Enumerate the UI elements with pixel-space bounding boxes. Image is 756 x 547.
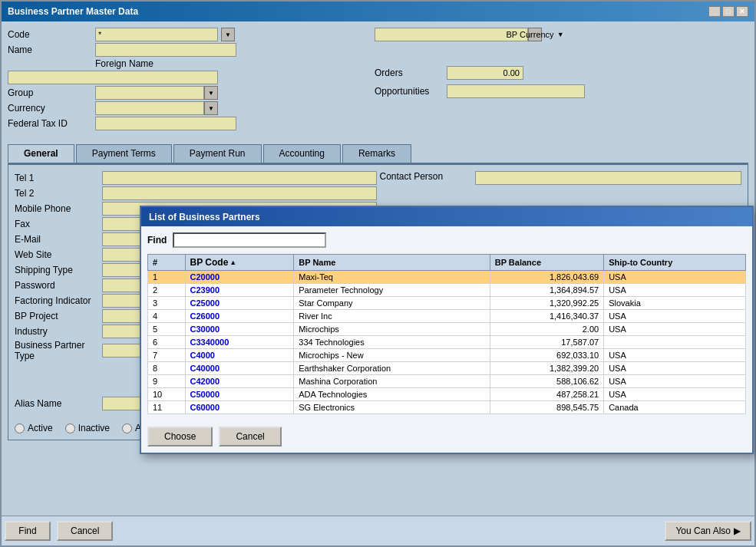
cell-balance: 588,106.62 [490,375,603,388]
bp-code-sort: BP Code ▲ [190,257,289,268]
table-row[interactable]: 5 C30000 Microchips 2.00 USA [148,323,746,336]
you-can-also-button[interactable]: You Can Also ▶ [665,521,751,541]
table-row[interactable]: 4 C26000 River Inc 1,416,340.37 USA [148,310,746,323]
find-input[interactable] [173,232,326,248]
modal-title-bar: List of Business Partners [141,207,752,226]
cell-country: USA [604,375,746,388]
cell-code: C3340000 [185,336,294,349]
cell-name: Parameter Technology [294,284,490,297]
table-row[interactable]: 6 C3340000 334 Technologies 17,587.07 [148,336,746,349]
table-row[interactable]: 1 C20000 Maxi-Teq 1,826,043.69 USA [148,271,746,284]
cell-name: ADA Technologies [294,388,490,401]
cell-code: C60000 [185,401,294,414]
cell-code: C25000 [185,297,294,310]
bottom-bar: Find Cancel You Can Also ▶ [2,516,754,545]
bottom-left-buttons: Find Cancel [5,521,113,541]
modal-find-row: Find [147,232,746,248]
table-row[interactable]: 11 C60000 SG Electronics 898,545.75 Cana… [148,401,746,414]
cell-code: C23900 [185,284,294,297]
bp-code-col-label: BP Code [190,257,229,268]
cell-balance: 2.00 [490,323,603,336]
cell-code: C4000 [185,349,294,362]
modal-cancel-button[interactable]: Cancel [219,427,281,446]
cell-num: 1 [148,271,186,284]
cell-balance: 1,320,992.25 [490,297,603,310]
you-can-also-arrow-icon: ▶ [734,526,741,536]
cell-country: USA [604,310,746,323]
cell-country: USA [604,349,746,362]
cell-balance: 17,587.07 [490,336,603,349]
cell-num: 7 [148,349,186,362]
cell-name: Star Company [294,297,490,310]
cell-balance: 1,382,399.20 [490,362,603,375]
col-bp-balance: BP Balance [490,255,603,271]
cell-num: 10 [148,388,186,401]
minimize-button[interactable]: _ [708,6,721,17]
cell-name: SG Electronics [294,401,490,414]
cell-country: USA [604,388,746,401]
cell-num: 2 [148,284,186,297]
sort-arrow-icon: ▲ [229,259,236,266]
cell-balance: 1,416,340.37 [490,310,603,323]
table-row[interactable]: 2 C23900 Parameter Technology 1,364,894.… [148,284,746,297]
cell-num: 3 [148,297,186,310]
cell-country: USA [604,323,746,336]
cell-name: 334 Technologies [294,336,490,349]
table-row[interactable]: 3 C25000 Star Company 1,320,992.25 Slova… [148,297,746,310]
modal-body: Find # BP Code ▲ [141,226,752,420]
table-row[interactable]: 8 C40000 Earthshaker Corporation 1,382,3… [148,362,746,375]
main-content: Code ▼ Name Foreign Name Group ▼ Currenc… [2,21,754,516]
cell-code: C50000 [185,388,294,401]
bp-list-table: # BP Code ▲ BP Name BP Balance Ship-to C [147,254,746,414]
cell-balance: 1,364,894.57 [490,284,603,297]
cell-country: Canada [604,401,746,414]
title-bar-buttons: _ □ ✕ [708,6,748,17]
modal-footer: Choose Cancel [141,420,752,453]
cell-country: USA [604,362,746,375]
cell-balance: 1,826,043.69 [490,271,603,284]
you-can-also-label: You Can Also [675,526,731,536]
table-row[interactable]: 7 C4000 Microchips - New 692,033.10 USA [148,349,746,362]
cell-code: C42000 [185,375,294,388]
modal-title: List of Business Partners [149,212,260,222]
find-button[interactable]: Find [5,521,51,541]
cell-code: C20000 [185,271,294,284]
cell-name: Microchips [294,323,490,336]
title-bar: Business Partner Master Data _ □ ✕ [2,2,754,21]
cell-code: C40000 [185,362,294,375]
cell-code: C30000 [185,323,294,336]
col-bp-name: BP Name [294,255,490,271]
cell-num: 11 [148,401,186,414]
list-modal: List of Business Partners Find # [140,206,754,454]
table-header: # BP Code ▲ BP Name BP Balance Ship-to C [148,255,746,271]
table-row[interactable]: 9 C42000 Mashina Corporation 588,106.62 … [148,375,746,388]
window-title: Business Partner Master Data [8,6,138,17]
cell-name: Maxi-Teq [294,271,490,284]
cell-num: 4 [148,310,186,323]
cell-num: 9 [148,375,186,388]
cell-num: 8 [148,362,186,375]
cell-num: 6 [148,336,186,349]
cell-name: Mashina Corporation [294,375,490,388]
cell-num: 5 [148,323,186,336]
cell-country: USA [604,284,746,297]
table-row[interactable]: 10 C50000 ADA Technologies 487,258.21 US… [148,388,746,401]
cell-country [604,336,746,349]
col-ship-country: Ship-to Country [604,255,746,271]
cell-name: Microchips - New [294,349,490,362]
col-bp-code: BP Code ▲ [185,255,294,271]
main-window: Business Partner Master Data _ □ ✕ Code … [0,0,756,547]
cancel-button[interactable]: Cancel [57,521,113,541]
cell-balance: 898,545.75 [490,401,603,414]
find-label: Find [147,235,167,245]
maximize-button[interactable]: □ [722,6,735,17]
modal-overlay: List of Business Partners Find # [2,21,754,516]
cell-balance: 692,033.10 [490,349,603,362]
cell-country: Slovakia [604,297,746,310]
cell-name: River Inc [294,310,490,323]
col-num: # [148,255,186,271]
table-header-row: # BP Code ▲ BP Name BP Balance Ship-to C [148,255,746,271]
cell-country: USA [604,271,746,284]
choose-button[interactable]: Choose [147,427,213,446]
close-button[interactable]: ✕ [736,6,748,17]
